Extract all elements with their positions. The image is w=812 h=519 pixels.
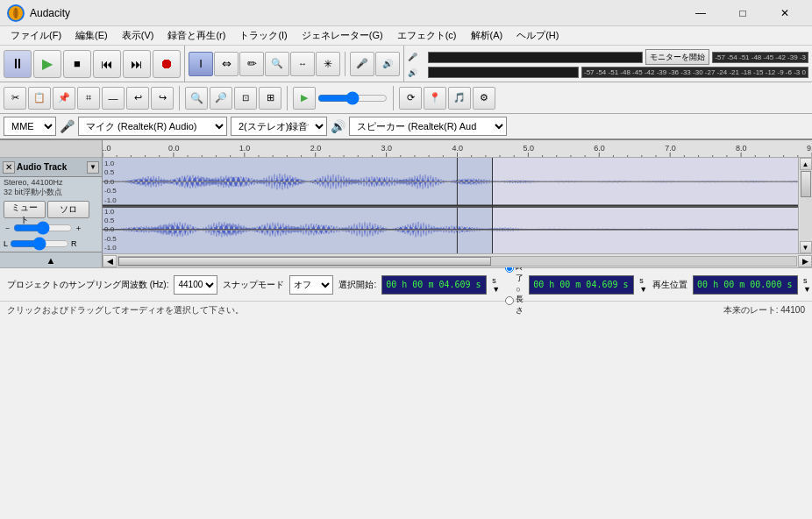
scroll-thumb[interactable] xyxy=(801,171,811,197)
pan-slider[interactable] xyxy=(10,237,69,251)
track-name: Audio Track xyxy=(17,162,67,172)
title-bar: Audacity — □ ✕ xyxy=(0,0,812,26)
amplitude-labels-top: 1.0 0.5 0.0 -0.5 -1.0 xyxy=(104,158,117,206)
amp-n10-bot: -1.0 xyxy=(104,244,117,252)
pin-button[interactable]: 📍 xyxy=(424,87,446,110)
sep3 xyxy=(393,86,394,110)
redo-button[interactable]: ↪ xyxy=(151,87,174,110)
zoom-sel-button[interactable]: ⊡ xyxy=(234,87,257,110)
zero-line-top xyxy=(103,181,798,182)
menu-generate[interactable]: ジェネレーター(G) xyxy=(295,26,390,46)
h-scroll-thumb[interactable] xyxy=(118,257,491,266)
paste-button[interactable]: 📌 xyxy=(53,87,75,110)
menu-record[interactable]: 録音と再生(r) xyxy=(160,26,232,46)
cut-button[interactable]: ✂ xyxy=(4,87,26,110)
rewind-button[interactable]: ⏮ xyxy=(93,50,121,78)
tools-section: I ⇔ ✏ 🔍 ↔ ✳ 🎤 🔊 xyxy=(185,46,404,82)
playback-speed-slider[interactable] xyxy=(317,89,388,108)
pause-button[interactable]: ⏸ xyxy=(4,50,32,78)
copy-button[interactable]: 📋 xyxy=(28,87,51,110)
record-button[interactable]: ⏺ xyxy=(153,50,181,78)
time-unit-end: s ▼ xyxy=(639,276,647,294)
tracks-container: ✕ Audio Track ▼ Stereo, 44100Hz 32 bit浮動… xyxy=(0,140,812,267)
waveform-row: 1.0 0.5 0.0 -0.5 -1.0 1.0 0.5 0.0 -0.5 -… xyxy=(103,158,812,253)
multi-tool[interactable]: ✳ xyxy=(316,52,340,76)
mic-in-icon[interactable]: 🎤 xyxy=(350,52,374,76)
menu-analyze[interactable]: 解析(A) xyxy=(464,26,510,46)
close-button[interactable]: ✕ xyxy=(765,0,805,26)
zoom-in-tool[interactable]: 🔍 xyxy=(265,52,289,76)
mute-solo-row: ミュート ソロ xyxy=(0,199,102,220)
channel-select[interactable]: 2(ステレオ)録音す xyxy=(231,117,327,136)
api-select[interactable]: MME xyxy=(4,117,56,136)
pan-right-label: R xyxy=(71,239,77,248)
menu-view[interactable]: 表示(V) xyxy=(115,26,161,46)
horizontal-scrollbar: ◀ ▶ xyxy=(103,253,812,267)
h-scroll-left-button[interactable]: ◀ xyxy=(103,255,117,267)
toolbar-row1: ⏸ ▶ ■ ⏮ ⏭ ⏺ I ⇔ ✏ 🔍 ↔ ✳ 🎤 🔊 🎤 xyxy=(0,46,812,82)
draw-tool[interactable]: ✏ xyxy=(239,52,264,76)
scroll-down-button[interactable]: ▼ xyxy=(800,241,812,253)
sep1 xyxy=(179,86,180,110)
monitor-start-button[interactable]: モニターを開始 xyxy=(645,49,709,65)
silence-button[interactable]: — xyxy=(102,87,125,110)
app-icon xyxy=(7,4,25,22)
scroll-up-button[interactable]: ▲ xyxy=(800,158,812,170)
selection-start-display: 00 h 00 m 04.609 s xyxy=(381,275,487,295)
amp-1-0-top: 1.0 xyxy=(104,160,117,167)
app-title: Audacity xyxy=(30,7,70,19)
status-right: 本来のレート: 44100 xyxy=(723,304,805,316)
effects-button[interactable]: ⚙ xyxy=(473,87,495,110)
forward-button[interactable]: ⏭ xyxy=(123,50,151,78)
solo-button[interactable]: ソロ xyxy=(47,201,89,218)
maximize-button[interactable]: □ xyxy=(723,0,763,26)
track-dropdown-button[interactable]: ▼ xyxy=(87,161,99,174)
menu-effect[interactable]: エフェクト(c) xyxy=(390,26,464,46)
undo-button[interactable]: ↩ xyxy=(126,87,149,110)
track-info: Stereo, 44100Hz 32 bit浮動小数点 xyxy=(0,177,102,199)
window-controls: — □ ✕ xyxy=(680,0,805,26)
menu-edit[interactable]: 編集(E) xyxy=(68,26,115,46)
zoom-out-tool[interactable]: ↔ xyxy=(290,52,315,76)
vertical-scrollbar: ▲ ▼ xyxy=(798,158,812,253)
zoom-out-button[interactable]: 🔎 xyxy=(210,87,232,110)
status-left: クリックおよびドラッグしてオーディオを選択して下さい。 xyxy=(7,304,244,316)
bottom-controls: プロジェクトのサンプリング周波数 (Hz): 44100 スナップモード オフ … xyxy=(0,268,812,302)
track-collapse-button[interactable]: ▲ xyxy=(0,252,102,267)
input-device-select[interactable]: マイク (Realtek(R) Audio) xyxy=(78,117,227,136)
track-close-button[interactable]: ✕ xyxy=(3,161,15,174)
menu-file[interactable]: ファイル(F) xyxy=(4,26,68,46)
output-device-select[interactable]: スピーカー (Realtek(R) Aud xyxy=(349,117,507,136)
menu-help[interactable]: ヘルプ(H) xyxy=(509,26,566,46)
envelope-tool[interactable]: ⇔ xyxy=(214,52,239,76)
mute-button[interactable]: ミュート xyxy=(4,201,46,218)
length-radio[interactable] xyxy=(505,296,514,305)
vu-input-meter xyxy=(428,52,643,63)
sample-rate-select[interactable]: 44100 xyxy=(174,275,217,295)
play-at-speed-button[interactable]: ▶ xyxy=(293,87,316,110)
status-bar: クリックおよびドラッグしてオーディオを選択して下さい。 本来のレート: 4410… xyxy=(0,302,812,319)
h-scroll-right-button[interactable]: ▶ xyxy=(798,255,812,267)
trim-button[interactable]: ⌗ xyxy=(77,87,100,110)
right-panel: 1.0 0.5 0.0 -0.5 -1.0 1.0 0.5 0.0 -0.5 -… xyxy=(103,140,812,267)
vu-output-meter xyxy=(428,67,579,78)
metronome-button[interactable]: 🎵 xyxy=(448,87,471,110)
gain-plus-label: ＋ xyxy=(75,223,82,234)
vu-meters-section: 🎤 モニターを開始 -57 -54 -51 -48 -45 -42 -39 -3… xyxy=(404,46,812,82)
stop-button[interactable]: ■ xyxy=(63,50,91,78)
volume-in-icon[interactable]: 🔊 xyxy=(375,52,400,76)
menu-track[interactable]: トラック(I) xyxy=(232,26,294,46)
gain-slider[interactable] xyxy=(13,221,73,235)
amp-n10-top: -1.0 xyxy=(104,196,117,204)
play-button[interactable]: ▶ xyxy=(33,50,61,78)
zoom-reset-button[interactable]: ⊞ xyxy=(259,87,281,110)
select-tool[interactable]: I xyxy=(189,52,213,76)
zoom-in-button[interactable]: 🔍 xyxy=(185,87,208,110)
minimize-button[interactable]: — xyxy=(680,0,721,26)
snap-select[interactable]: オフ xyxy=(289,275,333,295)
waveform-display[interactable]: 1.0 0.5 0.0 -0.5 -1.0 1.0 0.5 0.0 -0.5 -… xyxy=(103,158,798,253)
amp-0-0-bot: 0.0 xyxy=(104,225,117,233)
selection-start-label: 選択開始: xyxy=(338,279,376,291)
menu-bar: ファイル(F) 編集(E) 表示(V) 録音と再生(r) トラック(I) ジェネ… xyxy=(0,26,812,46)
sync-button[interactable]: ⟳ xyxy=(399,87,422,110)
